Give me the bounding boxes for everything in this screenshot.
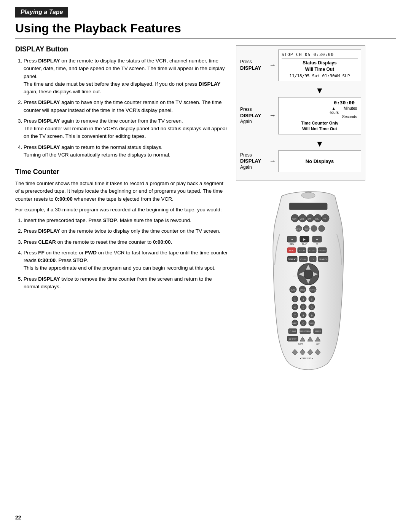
svg-point-0 (301, 192, 315, 198)
svg-text:SEARCH: SEARCH (319, 258, 328, 260)
svg-text:PREV CH: PREV CH (309, 289, 316, 291)
arrow-right-1: → (267, 61, 278, 69)
tc-step-1: Insert the prerecorded tape. Press STOP.… (24, 217, 228, 224)
remote-area: PWR VCR SAT CBL TV VCR/LD AUX ⏮ REW ▶ (236, 189, 381, 371)
press-label-2: PressDISPLAYAgain (240, 107, 267, 125)
screen-3: No Displays (278, 150, 361, 172)
svg-text:1: 1 (294, 298, 296, 301)
svg-text:⏮: ⏮ (291, 238, 293, 241)
step-1-text: Press DISPLAY on the remote to display t… (24, 58, 225, 79)
page-number: 22 (15, 514, 21, 521)
seconds-label: Seconds (282, 115, 358, 119)
step-4: Press DISPLAY again to return to the nor… (24, 144, 228, 159)
svg-text:PAUSE: PAUSE (319, 249, 326, 252)
svg-text:4: 4 (294, 306, 296, 309)
minutes-label: Minutes (344, 106, 357, 115)
svg-text:▶: ▶ (303, 238, 306, 241)
svg-text:SPEED: SPEED (315, 330, 321, 332)
svg-text:CHAN: CHAN (300, 289, 305, 291)
press-text-2: PressDISPLAYAgain (240, 107, 261, 124)
press-text-3: PressDISPLAYAgain (240, 152, 261, 170)
tc-step-5: Press DISPLAY twice to remove the time c… (24, 275, 228, 291)
time-counter-section: Time Counter The time counter shows the … (15, 168, 228, 291)
svg-point-15 (319, 225, 325, 232)
step-2-text: Press DISPLAY again to have only the tim… (24, 99, 222, 113)
svg-text:3: 3 (311, 298, 313, 301)
screen-status-2: Time Counter Only Will Not Time Out (282, 120, 358, 132)
svg-text:9: 9 (311, 314, 313, 317)
display-diagram: PressDISPLAY → STOP CH 05 0:30:00 Status… (236, 45, 365, 181)
diagram-row-3: PressDISPLAYAgain → No Displays (240, 150, 361, 172)
tc-step-3: Press CLEAR on the remote to reset the t… (24, 238, 228, 246)
svg-text:EDIT: EDIT (316, 343, 320, 345)
svg-text:7: 7 (294, 314, 296, 317)
svg-rect-1 (289, 203, 327, 210)
tc-step-4: Press FF on the remote or FWD on the VCR… (24, 249, 228, 272)
svg-text:VCR/LD: VCR/LD (296, 228, 302, 230)
screen-status-1: Status Displays Will Time Out (282, 60, 358, 73)
diagram-row-2: PressDISPLAYAgain → 0:30:00 ▲ Hours Minu… (240, 97, 361, 135)
svg-text:AUX: AUX (305, 228, 308, 230)
svg-text:GO SHUF: GO SHUF (289, 338, 297, 340)
svg-text:SLOW: SLOW (298, 343, 303, 345)
svg-text:VOL: VOL (293, 275, 297, 277)
svg-text:PWR: PWR (292, 218, 296, 220)
time-counter-intro1: The time counter shows the actual time i… (15, 180, 228, 203)
svg-text:INPUT: INPUT (292, 323, 298, 324)
svg-text:8: 8 (303, 314, 304, 317)
arrow-right-2: → (267, 112, 278, 120)
svg-text:MENU/PROG: MENU/PROG (299, 330, 311, 332)
svg-text:FF: FF (316, 243, 318, 245)
svg-text:LV: LV (312, 258, 314, 260)
svg-text:REW: REW (290, 243, 294, 245)
time-counter-steps: Insert the prerecorded tape. Press STOP.… (15, 217, 228, 291)
svg-text:STCH: STCH (309, 249, 315, 252)
svg-point-44 (304, 270, 313, 279)
diagram-row-1: PressDISPLAY → STOP CH 05 0:30:00 Status… (240, 50, 361, 81)
main-content: DISPLAY Button Press DISPLAY on the remo… (0, 45, 411, 371)
screen-date-1: 11/18/95 Sat 01:30AM SLP (282, 73, 358, 78)
svg-text:STOP: STOP (299, 249, 305, 252)
svg-text:2: 2 (303, 298, 304, 301)
step-1: Press DISPLAY on the remote to display t… (24, 57, 228, 96)
time-counter-intro2: For example, if a 30-minute program was … (15, 206, 228, 214)
arrow-right-3: → (267, 157, 278, 165)
svg-text:TV: TV (323, 218, 326, 220)
svg-text:6: 6 (311, 306, 313, 309)
display-button-heading: DISPLAY Button (15, 45, 228, 53)
svg-text:CHAN: CHAN (300, 258, 306, 260)
press-label-3: PressDISPLAYAgain (240, 152, 267, 171)
svg-text:VCR: VCR (300, 218, 304, 220)
screen-1: STOP CH 05 0:30:00 Status Displays Will … (278, 50, 361, 81)
press-text-1: PressDISPLAY (240, 59, 261, 71)
svg-text:⏭: ⏭ (316, 238, 319, 241)
display-button-steps: Press DISPLAY on the remote to display t… (15, 57, 228, 159)
step-3-text: Press DISPLAY again to remove the time c… (24, 118, 183, 124)
screen-top-row-1: STOP CH 05 0:30:00 (282, 52, 358, 59)
arrow-down-2: ▼ (240, 139, 361, 149)
svg-text:CBL: CBL (315, 218, 319, 220)
step-3: Press DISPLAY again to remove the time c… (24, 117, 228, 141)
svg-text:CH: CH (293, 270, 296, 273)
time-counter-heading: Time Counter (15, 168, 228, 176)
step-4-text: Press DISPLAY again to return to the nor… (24, 144, 162, 150)
press-label-1: PressDISPLAY (240, 59, 267, 71)
svg-text:TV/VCR: TV/VCR (309, 323, 315, 324)
svg-text:REC: REC (289, 249, 294, 252)
screen-time-2: 0:30:00 (282, 100, 358, 105)
right-column: PressDISPLAY → STOP CH 05 0:30:00 Status… (236, 45, 381, 371)
step-1-note: The time and date must be set before the… (24, 80, 228, 96)
tc-step-4-note: This is the approximate end of the progr… (24, 264, 228, 272)
step-3-note: The time counter will remain in the VCR'… (24, 125, 228, 141)
tc-step-2: Press DISPLAY on the remote twice to dis… (24, 227, 228, 235)
left-column: DISPLAY Button Press DISPLAY on the remo… (15, 45, 228, 371)
svg-text:0: 0 (303, 322, 304, 325)
step-4-note: Turning off the VCR automatically return… (24, 151, 228, 159)
page-title: Using the Playback Features (15, 21, 396, 38)
screen-2: 0:30:00 ▲ Hours Minutes Seconds Time C (278, 97, 361, 135)
svg-text:◄TRACKING►: ◄TRACKING► (299, 357, 313, 359)
remote-control-image: PWR VCR SAT CBL TV VCR/LD AUX ⏮ REW ▶ (259, 189, 358, 371)
svg-text:CLEAR: CLEAR (290, 330, 296, 332)
svg-text:5: 5 (303, 306, 304, 309)
svg-point-14 (311, 225, 317, 232)
